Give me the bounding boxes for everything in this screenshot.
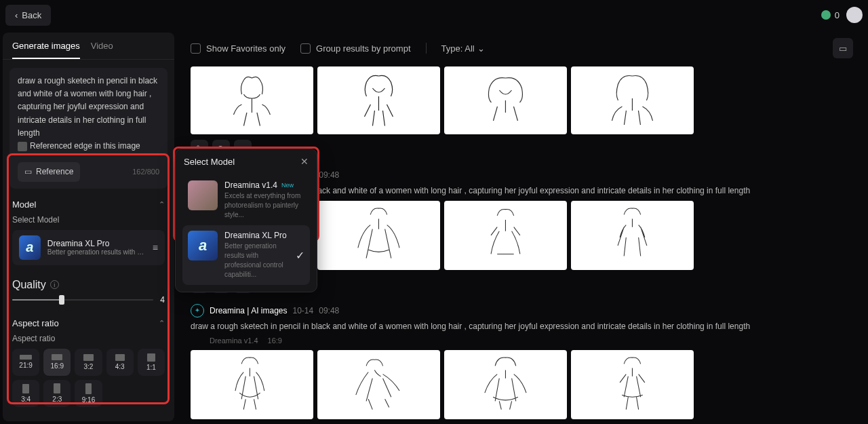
quality-value: 4: [160, 295, 165, 305]
result-image[interactable]: [317, 201, 440, 270]
result-image[interactable]: [444, 66, 567, 134]
divider: [426, 43, 427, 54]
checkbox-icon: [300, 43, 311, 54]
quality-label: Quality: [12, 279, 46, 291]
result-image[interactable]: [191, 66, 313, 134]
type-filter[interactable]: Type: All ⌄: [441, 43, 485, 54]
result-image[interactable]: [444, 350, 567, 419]
reference-label: Reference: [36, 166, 73, 178]
model-selector[interactable]: a Dreamina XL Pro Better generation resu…: [12, 230, 165, 265]
prompt-text: draw a rough sketech in pencil in black …: [18, 76, 157, 138]
model-thumb-icon: [188, 180, 218, 210]
aspect-section-title: Aspect ratio: [12, 318, 59, 328]
ratio-3-2[interactable]: 3:2: [75, 349, 102, 376]
ratio-21-9[interactable]: 21:9: [12, 349, 39, 376]
chevron-left-icon: ‹: [15, 10, 18, 20]
chevron-down-icon: ⌄: [477, 43, 485, 54]
model-option-desc: Better generation results with professio…: [224, 242, 289, 280]
ratio-1-1[interactable]: 1:1: [138, 349, 165, 376]
model-section-title: Model: [12, 199, 36, 210]
sliders-icon[interactable]: ≡: [153, 242, 158, 253]
model-thumb-icon: a: [188, 231, 218, 261]
reference-button[interactable]: ▭ Reference: [18, 162, 80, 182]
back-label: Back: [22, 10, 41, 20]
check-icon: ✓: [296, 249, 304, 262]
tab-generate-images[interactable]: Generate images: [12, 41, 80, 59]
ratio-3-4[interactable]: 3:4: [12, 380, 39, 407]
chevron-up-icon[interactable]: ⌃: [159, 319, 165, 328]
gen-name: Dreamina | AI images: [210, 306, 288, 315]
result-image[interactable]: [191, 350, 313, 419]
ratio-4-3[interactable]: 4:3: [106, 349, 134, 376]
result-image[interactable]: [571, 66, 694, 134]
model-option-xlpro[interactable]: a Dreamina XL Pro Better generation resu…: [182, 225, 310, 285]
chevron-up-icon[interactable]: ⌃: [159, 200, 165, 209]
gen-time: 09:48: [319, 170, 339, 180]
gen-time: 09:48: [319, 306, 339, 315]
reference-thumb-icon: [18, 142, 27, 151]
back-button[interactable]: ‹ Back: [5, 5, 51, 26]
quality-slider[interactable]: [12, 299, 153, 301]
close-button[interactable]: ✕: [300, 156, 309, 167]
ref-edge-label: Referenced edge in this image: [30, 140, 140, 153]
gen-date: 10-14: [293, 306, 314, 315]
aspect-ratio-label: Aspect ratio: [12, 334, 165, 343]
group-label: Group results by prompt: [316, 43, 410, 54]
sidebar: Generate images Video draw a rough skete…: [3, 33, 174, 421]
result-image[interactable]: [317, 66, 440, 134]
model-option-desc: Excels at everything from photorealism t…: [224, 191, 304, 220]
favorites-toggle[interactable]: Show Favorites only: [191, 43, 285, 54]
result-image[interactable]: [444, 201, 567, 270]
result-image[interactable]: [317, 350, 440, 419]
ratio-16-9[interactable]: 16:9: [43, 349, 71, 376]
info-icon[interactable]: i: [50, 280, 59, 289]
tab-video[interactable]: Video: [91, 41, 113, 59]
coin-icon: [821, 10, 831, 20]
meta-model: Dreamina v1.4: [210, 336, 258, 345]
credits-value: 0: [835, 10, 840, 20]
type-label: Type: All: [441, 43, 475, 54]
result-image[interactable]: [571, 350, 694, 419]
model-option-name: Dreamina v1.4: [224, 180, 277, 190]
popover-title: Select Model: [184, 157, 235, 167]
model-name: Dreamina XL Pro: [47, 239, 146, 248]
model-popover: Select Model ✕ Dreamina v1.4 New Excels …: [175, 149, 317, 292]
slider-thumb[interactable]: [59, 295, 64, 305]
checkbox-icon: [191, 43, 201, 54]
select-model-label: Select Model: [12, 215, 165, 225]
model-option-v14[interactable]: Dreamina v1.4 New Excels at everything f…: [182, 175, 310, 225]
gen-prompt: draw a rough sketech in pencil in black …: [191, 322, 860, 331]
credits-display[interactable]: 0: [821, 10, 840, 20]
prompt-input[interactable]: draw a rough sketech in pencil in black …: [9, 68, 167, 189]
library-button[interactable]: ▭: [833, 38, 853, 58]
model-desc: Better generation results with profes...: [47, 248, 146, 256]
ratio-9-16[interactable]: 9:16: [75, 380, 102, 407]
avatar[interactable]: [846, 7, 863, 23]
gen-badge-icon: [191, 304, 204, 317]
image-icon: ▭: [24, 166, 32, 178]
favorites-label: Show Favorites only: [206, 43, 285, 54]
result-image[interactable]: [571, 201, 694, 270]
group-toggle[interactable]: Group results by prompt: [300, 43, 410, 54]
meta-ratio: 16:9: [268, 336, 282, 345]
ratio-2-3[interactable]: 2:3: [43, 380, 71, 407]
char-counter: 162/800: [132, 166, 159, 178]
new-badge: New: [281, 182, 294, 189]
model-option-name: Dreamina XL Pro: [224, 231, 289, 240]
model-thumb-icon: a: [19, 235, 41, 260]
